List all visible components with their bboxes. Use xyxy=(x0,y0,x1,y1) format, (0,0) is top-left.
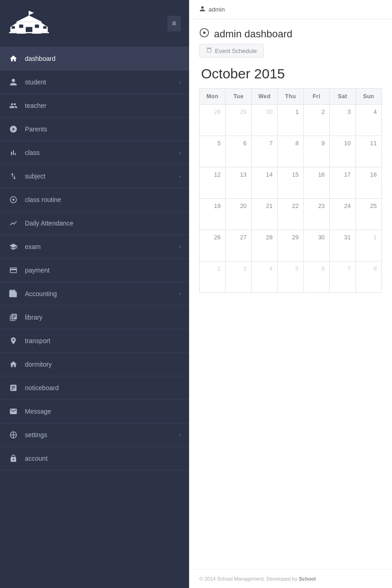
sidebar-item-student[interactable]: student › xyxy=(0,71,189,94)
calendar-day-cell[interactable]: 1 xyxy=(278,105,303,136)
sidebar-item-class[interactable]: class › xyxy=(0,141,189,165)
calendar-title: October 2015 xyxy=(199,66,382,82)
calendar-day-cell[interactable]: 2 xyxy=(200,261,226,293)
chevron-right-icon: › xyxy=(179,432,181,438)
chevron-right-icon: › xyxy=(179,150,181,155)
calendar-day-cell[interactable]: 9 xyxy=(303,136,329,167)
calendar-day-cell[interactable]: 4 xyxy=(356,105,381,136)
sidebar-item-label: student xyxy=(25,78,179,86)
svg-rect-9 xyxy=(12,26,15,29)
calendar-day-cell[interactable]: 20 xyxy=(226,199,251,230)
calendar-day-cell[interactable]: 12 xyxy=(200,167,226,199)
calendar-day-cell[interactable]: 29 xyxy=(226,105,251,136)
exam-icon xyxy=(8,242,18,252)
calendar-day-cell[interactable]: 25 xyxy=(356,199,381,230)
user-label: admin xyxy=(208,6,225,13)
calendar-day-cell[interactable]: 14 xyxy=(251,167,277,199)
sidebar-item-payment[interactable]: payment xyxy=(0,259,189,282)
calendar-header-cell: Sun xyxy=(356,89,381,105)
calendar-day-cell[interactable]: 5 xyxy=(200,136,226,167)
calendar-day-cell[interactable]: 27 xyxy=(226,230,251,261)
calendar-day-cell[interactable]: 28 xyxy=(251,230,277,261)
calendar-day-cell[interactable]: 21 xyxy=(251,199,277,230)
calendar-day-cell[interactable]: 23 xyxy=(303,199,329,230)
sidebar-item-label: library xyxy=(25,314,181,321)
sidebar-item-dashboard[interactable]: dashboard xyxy=(0,47,189,71)
calendar-day-cell[interactable]: 6 xyxy=(303,261,329,293)
daily-attendance-icon xyxy=(8,218,18,228)
sidebar-item-dormitory[interactable]: dormitory xyxy=(0,353,189,376)
svg-marker-2 xyxy=(16,15,42,22)
event-schedule-tab[interactable]: Event Schedule xyxy=(199,44,264,58)
calendar-day-cell[interactable]: 24 xyxy=(330,199,356,230)
top-bar: admin xyxy=(189,0,392,19)
calendar-day-cell[interactable]: 10 xyxy=(330,136,356,167)
calendar-day-cell[interactable]: 31 xyxy=(330,230,356,261)
hamburger-button[interactable]: ≡ xyxy=(167,16,181,31)
calendar-day-cell[interactable]: 4 xyxy=(251,261,277,293)
calendar-day-cell[interactable]: 28 xyxy=(200,105,226,136)
calendar-day-cell[interactable]: 11 xyxy=(356,136,381,167)
library-icon xyxy=(8,312,18,322)
calendar-day-cell[interactable]: 26 xyxy=(200,230,226,261)
sidebar-item-accounting[interactable]: Accounting › xyxy=(0,282,189,306)
calendar-day-cell[interactable]: 16 xyxy=(303,167,329,199)
calendar-header-cell: Tue xyxy=(226,89,251,105)
calendar-day-cell[interactable]: 5 xyxy=(278,261,303,293)
calendar-header-cell: Fri xyxy=(303,89,329,105)
sidebar-nav: dashboard student › teacher Parents xyxy=(0,47,189,470)
sidebar-item-label: payment xyxy=(25,267,181,274)
calendar-day-cell[interactable]: 15 xyxy=(278,167,303,199)
sidebar-item-label: Accounting xyxy=(25,290,179,297)
sidebar-item-library[interactable]: library xyxy=(0,306,189,329)
sidebar-item-class-routine[interactable]: class routine xyxy=(0,188,189,212)
sidebar-item-subject[interactable]: subject › xyxy=(0,165,189,188)
calendar-body: 2829301234567891011121314151617181920212… xyxy=(200,105,382,293)
calendar-day-cell[interactable]: 29 xyxy=(278,230,303,261)
calendar-day-cell[interactable]: 3 xyxy=(226,261,251,293)
sidebar-item-settings[interactable]: settings › xyxy=(0,423,189,447)
calendar-day-cell[interactable]: 22 xyxy=(278,199,303,230)
calendar-day-cell[interactable]: 1 xyxy=(356,230,381,261)
parents-icon xyxy=(8,124,18,134)
calendar-table: MonTueWedThuFriSatSun 282930123456789101… xyxy=(199,88,382,293)
sidebar-item-label: noticeboard xyxy=(25,384,181,392)
sidebar-logo xyxy=(8,8,50,38)
sidebar-item-label: teacher xyxy=(25,102,181,109)
sidebar-item-label: transport xyxy=(25,337,181,344)
chevron-right-icon: › xyxy=(179,173,181,179)
sidebar-item-teacher[interactable]: teacher xyxy=(0,94,189,118)
sidebar-item-daily-attendance[interactable]: Daily Attendance xyxy=(0,212,189,235)
calendar-week-row: 2627282930311 xyxy=(200,230,382,261)
calendar-day-cell[interactable]: 6 xyxy=(226,136,251,167)
calendar-header-cell: Thu xyxy=(278,89,303,105)
sidebar-item-message[interactable]: Message xyxy=(0,400,189,423)
svg-point-18 xyxy=(203,31,206,34)
calendar-week-row: 19202122232425 xyxy=(200,199,382,230)
calendar-day-cell[interactable]: 2 xyxy=(303,105,329,136)
calendar-day-cell[interactable]: 8 xyxy=(356,261,381,293)
sidebar-item-exam[interactable]: exam › xyxy=(0,235,189,259)
sidebar-item-label: dormitory xyxy=(25,361,181,368)
sidebar-item-noticeboard[interactable]: noticeboard xyxy=(0,376,189,400)
calendar-day-cell[interactable]: 7 xyxy=(330,261,356,293)
calendar-header-cell: Mon xyxy=(200,89,226,105)
calendar-day-cell[interactable]: 18 xyxy=(356,167,381,199)
sidebar-item-transport[interactable]: transport xyxy=(0,329,189,353)
page-title: admin dashboard xyxy=(214,28,292,40)
calendar-day-cell[interactable]: 3 xyxy=(330,105,356,136)
calendar-day-cell[interactable]: 7 xyxy=(251,136,277,167)
calendar-day-cell[interactable]: 13 xyxy=(226,167,251,199)
calendar-day-cell[interactable]: 19 xyxy=(200,199,226,230)
sidebar-item-parents[interactable]: Parents xyxy=(0,118,189,141)
user-icon xyxy=(199,6,206,13)
logo-icon xyxy=(8,8,50,38)
calendar-day-cell[interactable]: 30 xyxy=(251,105,277,136)
calendar-day-cell[interactable]: 8 xyxy=(278,136,303,167)
calendar-day-cell[interactable]: 17 xyxy=(330,167,356,199)
calendar-day-cell[interactable]: 30 xyxy=(303,230,329,261)
sidebar-item-account[interactable]: account xyxy=(0,447,189,470)
svg-point-13 xyxy=(12,199,15,201)
calendar-icon xyxy=(206,47,212,54)
accounting-icon xyxy=(8,289,18,299)
